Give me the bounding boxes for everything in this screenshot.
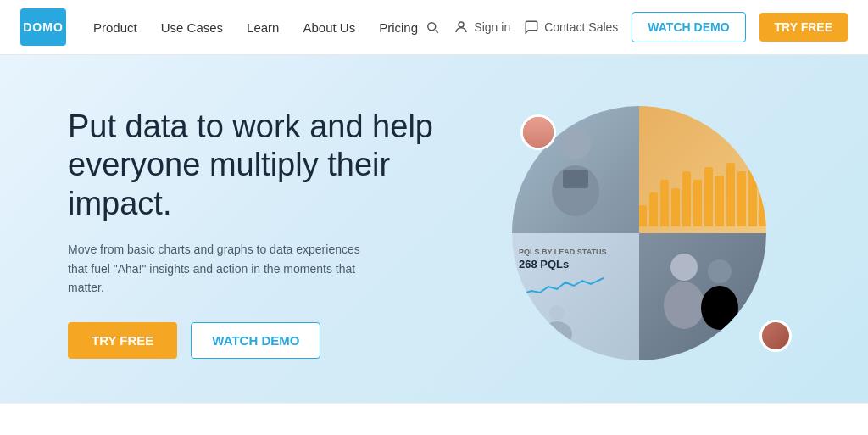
logo[interactable]: DOMO [20,8,66,46]
svg-point-7 [664,282,704,329]
header-try-free-button[interactable]: TRY FREE [760,13,848,42]
sign-in-button[interactable]: Sign in [453,20,510,35]
two-people-silhouette [652,242,754,352]
bar [704,167,713,226]
hero-title: Put data to work and help everyone multi… [68,108,458,224]
hero-visual: PQLS BY LEAD STATUS 268 PQLs [512,106,800,360]
contact-sales-label: Contact Sales [544,20,618,34]
logo-text: DOMO [23,20,64,34]
bar [639,205,647,226]
bar [671,188,680,226]
bar [737,171,746,226]
avatar-bottom-right [760,320,792,352]
chart-label-text: PQLS BY LEAD STATUS [519,248,607,256]
bar [649,192,658,226]
search-button[interactable] [425,20,440,35]
user-icon [453,20,469,35]
nav-item-about-us[interactable]: About Us [303,20,355,35]
hero-subtitle: Move from basic charts and graphs to dat… [68,240,373,297]
header-icons: Sign in Contact Sales [425,20,618,35]
nav-item-pricing[interactable]: Pricing [379,20,418,35]
bar [748,159,757,226]
bar-chart-visual [639,159,766,226]
quadrant-bar-chart [639,106,766,233]
hero-watch-demo-button[interactable]: WATCH DEMO [191,322,320,359]
chart-value-text: 268 PQLs [519,258,569,270]
header-right: Sign in Contact Sales WATCH DEMO TRY FRE… [425,12,848,42]
bar [682,171,691,226]
search-icon [425,20,440,35]
quadrant-two-people [639,233,766,360]
header: DOMO Product Use Cases Learn About Us Pr… [0,0,868,55]
svg-point-9 [701,286,738,330]
svg-point-6 [670,254,698,281]
svg-point-4 [549,305,565,321]
bar [715,176,724,226]
hero-buttons: TRY FREE WATCH DEMO [68,322,458,359]
avatar-face [523,117,554,148]
svg-rect-3 [563,170,588,188]
main-nav: Product Use Cases Learn About Us Pricing [93,20,418,35]
hero-try-free-button[interactable]: TRY FREE [68,322,177,359]
features-section: Business Apps Make better, faster decisi… [0,403,868,435]
contact-sales-button[interactable]: Contact Sales [524,20,618,35]
nav-item-product[interactable]: Product [93,20,137,35]
svg-point-8 [708,259,732,283]
svg-point-1 [560,129,591,159]
header-watch-demo-button[interactable]: WATCH DEMO [632,12,745,42]
avatar-top-left [520,114,556,150]
mini-line-chart [519,274,604,299]
header-left: DOMO Product Use Cases Learn About Us Pr… [20,8,418,46]
chat-icon [524,20,539,35]
bar [726,163,735,226]
photo-two-people [639,233,766,360]
bar [660,180,669,226]
bar [693,180,702,226]
quadrant-chart-stats: PQLS BY LEAD STATUS 268 PQLs [512,233,639,360]
nav-item-learn[interactable]: Learn [247,20,279,35]
svg-point-0 [459,22,464,27]
sign-in-label: Sign in [474,20,510,34]
hero-content: Put data to work and help everyone multi… [68,108,458,360]
nav-item-use-cases[interactable]: Use Cases [161,20,223,35]
svg-point-5 [542,321,572,347]
hero-section: Put data to work and help everyone multi… [0,55,868,403]
bar [760,167,767,226]
photo-chart-stats: PQLS BY LEAD STATUS 268 PQLs [512,233,639,360]
photo-bar-chart [639,106,766,233]
person-standing-silhouette [519,304,595,347]
